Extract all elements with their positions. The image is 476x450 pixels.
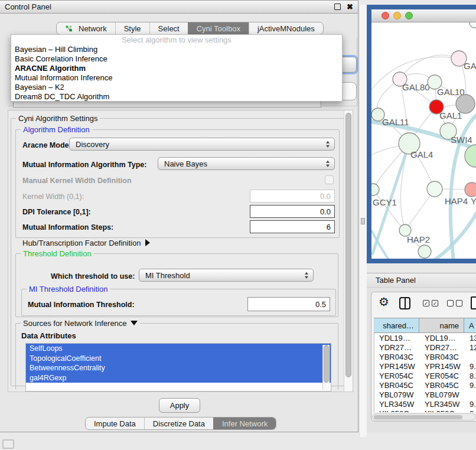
close-traffic-light[interactable] — [382, 12, 389, 19]
which-threshold-combobox[interactable]: MI Threshold — [139, 269, 314, 282]
table-row[interactable]: YLR345WYLR345W9. — [374, 399, 476, 409]
columns-icon[interactable] — [399, 297, 410, 309]
aracne-mode-value: Discovery — [76, 140, 109, 149]
hub-definition-toggle[interactable]: Hub/Transcription Factor Definition — [22, 239, 150, 247]
tab-network[interactable]: Network — [57, 22, 115, 34]
tab-style[interactable]: Style — [115, 22, 149, 34]
dropdown-item-dream8-dc-tdc-algorithm[interactable]: Dream8 DC_TDC Algorithm — [11, 92, 342, 102]
dropdown-prompt: Select algorithm to view settings — [11, 35, 342, 45]
table-panel-titlebar: Table Panel — [367, 273, 476, 288]
node-label-hap4: HAP4 — [445, 196, 468, 206]
network-window-titlebar — [371, 9, 476, 22]
expand-right-icon — [145, 239, 150, 246]
collapsed-panel-icon[interactable] — [2, 439, 14, 449]
mi-steps-field[interactable]: 6 — [250, 220, 335, 233]
apply-button[interactable]: Apply — [159, 398, 200, 413]
table-cell: 9. — [465, 381, 476, 390]
table-cell: YDR27… — [374, 343, 420, 352]
list-scrollbar[interactable] — [322, 345, 330, 390]
network-node-gcy1[interactable] — [371, 184, 379, 195]
table-row[interactable]: YDL19…YDL19…13 — [374, 333, 476, 343]
network-canvas[interactable]: GALGAL80GAL10GAL1GAL11SWI4GAL4GCY1HAP4YH… — [371, 22, 476, 259]
table-row[interactable]: YDR27…YDR27…12 — [374, 343, 476, 352]
tab-cyni-toolbox[interactable]: Cyni Toolbox — [188, 22, 249, 34]
network-edge[interactable] — [400, 55, 459, 79]
tab-label: Network — [79, 24, 107, 33]
tab-infer-network[interactable]: Infer Network — [213, 418, 276, 429]
table-cell: YER054C — [420, 371, 465, 380]
network-node[interactable] — [418, 245, 431, 258]
table-cell: YPR145W — [420, 362, 465, 371]
column-header-shared-[interactable]: shared… — [374, 318, 419, 332]
tab-impute-data[interactable]: Impute Data — [86, 418, 144, 429]
close-icon[interactable]: ✖ — [347, 3, 353, 11]
panel-title: Control Panel — [5, 2, 334, 11]
table-row[interactable]: YBR043CYBR043C — [374, 352, 476, 361]
network-node[interactable] — [465, 145, 476, 167]
table-cell: 13 — [465, 334, 476, 343]
algorithm-combobox-partial[interactable] — [341, 57, 357, 73]
tab-label: Infer Network — [222, 419, 268, 428]
table-horizontal-scrollbar[interactable] — [372, 413, 476, 420]
table-row[interactable]: YER054CYER054C8. — [374, 371, 476, 380]
attribute-item-betweennesscentrality[interactable]: BetweennessCentrality — [26, 363, 331, 373]
deselect-all-checkbox-icon[interactable] — [447, 300, 454, 306]
network-node-y[interactable] — [465, 182, 476, 197]
table-row[interactable]: YPR145WYPR145W9. — [374, 361, 476, 371]
dropdown-item-basic-correlation-inference[interactable]: Basic Correlation Inference — [11, 54, 342, 64]
hidden-groupbox-edge — [357, 38, 357, 106]
table-row[interactable]: YBL079WYBL079W — [374, 390, 476, 399]
dropdown-item-bayesian-hill-climbing[interactable]: Bayesian – Hill Climbing — [11, 45, 342, 54]
table-row[interactable]: YIL052CYIL052C9. — [374, 409, 476, 412]
attribute-item-selfloops[interactable]: SelfLoops — [26, 344, 331, 354]
tab-label: Style — [124, 24, 141, 33]
attribute-item-topologicalcoefficient[interactable]: TopologicalCoefficient — [26, 354, 331, 364]
tab-discretize-data[interactable]: Discretize Data — [144, 418, 213, 429]
manual-kernel-label: Manual Kernel Width Definition — [22, 177, 132, 185]
attribute-item-gal4rgexp[interactable]: gal4RGexp — [26, 373, 331, 383]
tab-select[interactable]: Select — [149, 22, 188, 34]
table-row[interactable]: YBR045CYBR045C9. — [374, 380, 476, 390]
column-header-a[interactable]: A — [464, 318, 476, 332]
node-label-swi4: SWI4 — [451, 135, 472, 145]
deselect-all-checkbox-icon[interactable] — [456, 300, 462, 306]
minimize-traffic-light[interactable] — [393, 12, 401, 19]
dropdown-item-aracne-algorithm[interactable]: ARACNE Algorithm — [11, 64, 342, 73]
control-panel-tabs: NetworkStyleSelectCyni ToolboxjActiveMNo… — [56, 22, 324, 35]
data-attributes-list[interactable]: SelfLoopsTopologicalCoefficientBetweenne… — [25, 343, 331, 392]
stepper-arrows-icon — [326, 161, 330, 167]
table-cell: YBR043C — [420, 353, 465, 361]
group-title: Cyni Algorithm Settings — [16, 114, 100, 123]
network-node-hap4[interactable] — [427, 181, 442, 197]
settings-scrollbar[interactable] — [344, 110, 353, 392]
table-cell: YBR043C — [374, 353, 420, 361]
zoom-traffic-light[interactable] — [405, 12, 413, 19]
select-all-checkbox-icon[interactable]: ✓ — [432, 300, 438, 306]
dpi-tolerance-field[interactable]: 0.0 — [250, 205, 335, 218]
tab-jactivemnodules[interactable]: jActiveMNodules — [249, 22, 323, 34]
function-builder-icon[interactable] — [471, 296, 476, 309]
tab-label: Impute Data — [94, 419, 136, 428]
dropdown-item-bayesian-k2[interactable]: Bayesian – K2 — [11, 83, 342, 92]
mi-type-combobox[interactable]: Naive Bayes — [158, 157, 335, 170]
mi-steps-label: Mutual Information Steps: — [22, 223, 113, 231]
cyni-mode-tabs: Impute DataDiscretize DataInfer Network — [85, 417, 276, 430]
network-node[interactable] — [470, 22, 476, 28]
tab-label: jActiveMNodules — [257, 24, 315, 33]
gear-icon[interactable]: ⚙ — [379, 296, 389, 308]
mi-threshold-field[interactable]: 0.5 — [247, 297, 330, 311]
dpi-tolerance-label: DPI Tolerance [0,1]: — [22, 208, 91, 216]
aracne-mode-label: Aracne Mode: — [22, 141, 71, 149]
sources-toggle[interactable]: Sources for Network Inference — [21, 319, 140, 328]
float-window-icon[interactable] — [334, 4, 341, 10]
node-label-y: Y — [471, 196, 476, 206]
control-panel-titlebar: Control Panel ✖ — [0, 1, 358, 14]
column-header-name[interactable]: name — [419, 318, 464, 332]
divider-collapse-handle[interactable] — [361, 218, 365, 224]
select-all-checkbox-icon[interactable]: ✓ — [423, 300, 429, 306]
node-label-gcy1: GCY1 — [373, 197, 397, 207]
aracne-mode-combobox[interactable]: Discovery — [69, 138, 335, 151]
dropdown-item-mutual-information-inference[interactable]: Mutual Information Inference — [11, 73, 342, 83]
manual-kernel-checkbox — [325, 175, 334, 184]
table-rows: YDL19…YDL19…13YDR27…YDR27…12YBR043CYBR04… — [374, 333, 476, 412]
